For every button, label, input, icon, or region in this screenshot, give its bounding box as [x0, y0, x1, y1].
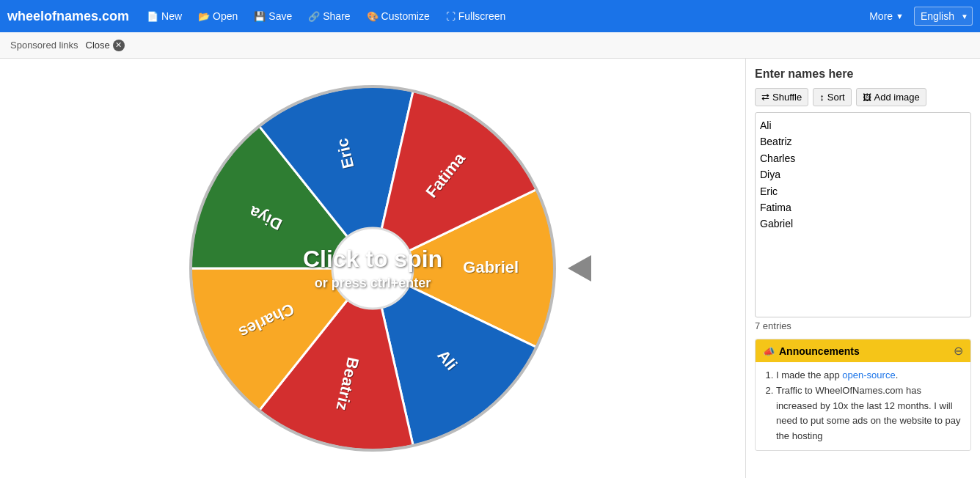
svg-text:Gabriel: Gabriel — [463, 258, 519, 276]
share-button[interactable]: Share — [302, 7, 356, 25]
sort-icon — [819, 92, 824, 103]
svg-point-15 — [332, 228, 413, 309]
new-button[interactable]: New — [141, 7, 188, 25]
more-button[interactable]: More ▼ — [863, 7, 910, 25]
subheader: Sponsored links Close ✕ — [0, 32, 980, 59]
announcements-title: Announcements — [779, 345, 860, 357]
language-selector[interactable]: English ▼ — [914, 7, 973, 26]
announcements-content: I made the app open-source. Traffic to W… — [756, 362, 970, 450]
panel-toolbar: Shuffle Sort Add image — [755, 88, 971, 106]
announcements-header: Announcements ⊖ — [756, 339, 970, 362]
open-icon — [198, 10, 210, 22]
customize-icon — [367, 10, 379, 22]
wheel-container[interactable]: GabrielGabrielAliAliBeatrizBeatrizCharle… — [167, 63, 578, 474]
right-panel: Enter names here Shuffle Sort Add image … — [745, 59, 980, 478]
sort-button[interactable]: Sort — [813, 88, 851, 106]
announcement-item-1: I made the app open-source. — [776, 368, 962, 383]
main-content: GabrielGabrielAliAliBeatrizBeatrizCharle… — [0, 59, 980, 478]
panel-title: Enter names here — [755, 67, 971, 81]
add-image-button[interactable]: Add image — [856, 88, 926, 106]
image-icon — [863, 92, 871, 103]
announcements-box: Announcements ⊖ I made the app open-sour… — [755, 339, 971, 451]
save-button[interactable]: Save — [248, 7, 298, 25]
sponsored-links-label: Sponsored links — [10, 40, 78, 51]
share-icon — [308, 10, 320, 22]
customize-button[interactable]: Customize — [361, 7, 436, 25]
close-button[interactable]: Close ✕ — [86, 40, 125, 51]
open-button[interactable]: Open — [192, 7, 244, 25]
new-icon — [147, 10, 158, 22]
wheel-pointer — [568, 255, 591, 282]
header: wheelofnames.com New Open Save Share Cus… — [0, 0, 980, 32]
announcement-item-2: Traffic to WheelOfNames.com has increase… — [776, 383, 962, 444]
close-icon: ✕ — [113, 40, 125, 51]
names-textarea[interactable]: Ali Beatriz Charles Diya Eric Fatima Gab… — [755, 112, 971, 317]
wheel-area[interactable]: GabrielGabrielAliAliBeatrizBeatrizCharle… — [0, 59, 745, 478]
open-source-link[interactable]: open-source — [842, 369, 895, 380]
save-icon — [254, 10, 266, 22]
chevron-down-icon: ▼ — [896, 12, 904, 21]
shuffle-button[interactable]: Shuffle — [755, 88, 808, 106]
logo: wheelofnames.com — [7, 9, 129, 24]
megaphone-icon — [763, 345, 775, 357]
shuffle-icon — [761, 92, 769, 103]
entries-count: 7 entries — [755, 320, 971, 331]
announcements-toggle[interactable]: ⊖ — [954, 344, 963, 358]
fullscreen-icon — [446, 10, 456, 22]
fullscreen-button[interactable]: Fullscreen — [440, 7, 512, 25]
language-select[interactable]: English — [914, 7, 973, 26]
wheel-svg[interactable]: GabrielGabrielAliAliBeatrizBeatrizCharle… — [167, 63, 578, 474]
